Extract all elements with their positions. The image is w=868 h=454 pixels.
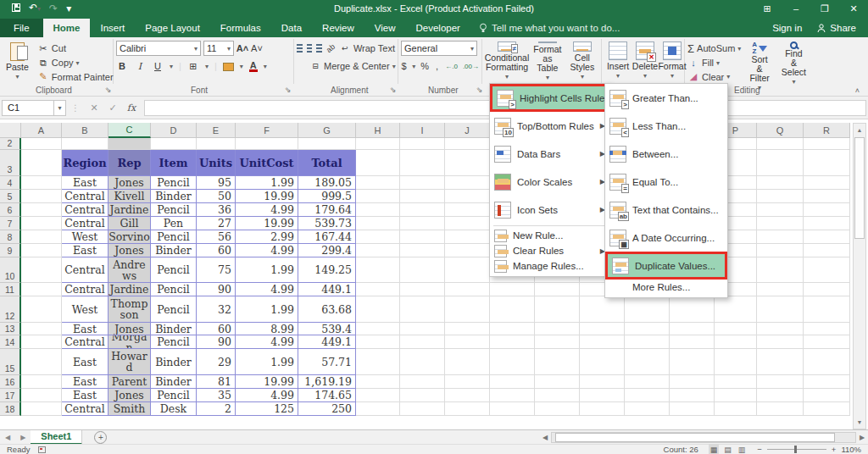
cell-Q2[interactable] [757, 138, 804, 150]
tab-formulas[interactable]: Formulas [210, 19, 271, 37]
menu-item-less-than[interactable]: <Less Than... [605, 112, 727, 140]
undo-icon[interactable]: ↶▾ [29, 3, 41, 14]
cell-E3[interactable]: Units [197, 150, 236, 176]
name-box[interactable]: C1 [2, 100, 54, 116]
cell-R7[interactable] [804, 217, 850, 230]
cell-A15[interactable] [21, 349, 62, 375]
bold-button[interactable]: B [116, 60, 128, 72]
cell-C15[interactable]: Howard [108, 349, 151, 375]
column-header-r[interactable]: R [804, 123, 850, 138]
cell-R17[interactable] [804, 389, 850, 402]
cell-C13[interactable]: Jones [108, 323, 151, 335]
currency-format-icon[interactable]: $ [401, 60, 407, 72]
row-header-3[interactable]: 3 [0, 150, 21, 176]
cell-D4[interactable]: Pencil [151, 176, 197, 190]
row-header-6[interactable]: 6 [0, 203, 21, 217]
cell-H8[interactable] [356, 230, 400, 244]
cell-M12[interactable] [580, 296, 625, 323]
cell-J14[interactable] [445, 335, 490, 349]
cell-R14[interactable] [804, 335, 850, 349]
cell-R12[interactable] [804, 296, 850, 323]
sort-filter-button[interactable]: AZ Sort & Filter ▾ [744, 39, 775, 84]
cell-N13[interactable] [625, 323, 670, 335]
tab-view[interactable]: View [364, 19, 406, 37]
cell-D11[interactable]: Pencil [151, 283, 197, 296]
column-header-c[interactable]: C [108, 123, 151, 138]
minimize-button[interactable]: – [782, 0, 810, 17]
cell-O16[interactable] [670, 375, 715, 389]
cell-Q11[interactable] [757, 283, 804, 296]
paste-button[interactable]: Paste ▾ [3, 39, 32, 84]
borders-dropdown[interactable]: ▾ [205, 63, 209, 70]
cell-J3[interactable] [445, 150, 490, 176]
cell-C4[interactable]: Jones [108, 176, 151, 190]
number-format-select[interactable]: General▾ [401, 41, 477, 56]
percent-format-icon[interactable]: % [420, 60, 429, 72]
cell-D12[interactable]: Pencil [151, 296, 197, 323]
cell-D13[interactable]: Binder [151, 323, 197, 335]
cell-C8[interactable]: Sorvino [108, 230, 151, 244]
conditional-formatting-button[interactable]: ≠ Conditional Formatting ▾ [485, 39, 529, 84]
cell-H16[interactable] [356, 375, 400, 389]
cell-R5[interactable] [804, 190, 850, 203]
scroll-left-icon[interactable]: ◀ [539, 434, 551, 441]
cell-I7[interactable] [400, 217, 445, 230]
column-header-q[interactable]: Q [757, 123, 804, 138]
cell-Q15[interactable] [757, 349, 804, 375]
cell-D6[interactable]: Pencil [151, 203, 197, 217]
cell-E16[interactable]: 81 [197, 375, 236, 389]
sheet-nav-right-icon[interactable]: ▶ [15, 434, 31, 441]
orientation-icon[interactable]: ab [324, 41, 338, 55]
select-all-corner[interactable] [0, 123, 21, 138]
row-header-17[interactable]: 17 [0, 389, 21, 402]
cell-I17[interactable] [400, 389, 445, 402]
cell-G7[interactable]: 539.73 [298, 217, 356, 230]
cell-Q18[interactable] [757, 402, 804, 416]
row-header-18[interactable]: 18 [0, 402, 21, 416]
cell-G5[interactable]: 999.5 [298, 190, 356, 203]
font-name-select[interactable]: Calibri▾ [116, 41, 201, 56]
cell-I8[interactable] [400, 230, 445, 244]
cell-A10[interactable] [21, 257, 62, 283]
cell-B12[interactable]: West [62, 296, 108, 323]
cell-L17[interactable] [535, 389, 580, 402]
sheet-tab-sheet1[interactable]: Sheet1 [31, 430, 82, 445]
cell-H3[interactable] [356, 150, 400, 176]
cell-E6[interactable]: 36 [197, 203, 236, 217]
cell-H4[interactable] [356, 176, 400, 190]
row-header-7[interactable]: 7 [0, 217, 21, 230]
cell-C11[interactable]: Jardine [108, 283, 151, 296]
cell-B18[interactable]: Central [62, 402, 108, 416]
row-header-10[interactable]: 10 [0, 257, 21, 283]
cell-F14[interactable]: 4.99 [236, 335, 298, 349]
tab-home[interactable]: Home [43, 19, 91, 37]
cell-D10[interactable]: Pencil [151, 257, 197, 283]
cell-L18[interactable] [535, 402, 580, 416]
cell-K18[interactable] [490, 402, 535, 416]
cell-J17[interactable] [445, 389, 490, 402]
cell-P15[interactable] [715, 349, 757, 375]
cell-G13[interactable]: 539.4 [298, 323, 356, 335]
cell-F12[interactable]: 1.99 [236, 296, 298, 323]
cell-K15[interactable] [490, 349, 535, 375]
cell-L11[interactable] [535, 283, 580, 296]
row-header-9[interactable]: 9 [0, 244, 21, 257]
cell-H15[interactable] [356, 349, 400, 375]
cell-I5[interactable] [400, 190, 445, 203]
cell-C12[interactable]: Thompson [108, 296, 151, 323]
cell-M18[interactable] [580, 402, 625, 416]
cell-N14[interactable] [625, 335, 670, 349]
column-header-a[interactable]: A [21, 123, 62, 138]
cell-styles-button[interactable]: Cell Styles ▾ [566, 39, 598, 84]
cell-E5[interactable]: 50 [197, 190, 236, 203]
cell-Q17[interactable] [757, 389, 804, 402]
cell-B7[interactable]: Central [62, 217, 108, 230]
cell-B9[interactable]: East [62, 244, 108, 257]
cell-I3[interactable] [400, 150, 445, 176]
share-button[interactable]: Share [817, 23, 856, 33]
cell-Q10[interactable] [757, 257, 804, 283]
find-select-button[interactable]: Find & Select ▾ [778, 39, 810, 84]
menu-item-manage-rules[interactable]: Manage Rules... [490, 258, 609, 274]
cell-J4[interactable] [445, 176, 490, 190]
grow-font-icon[interactable]: A˄ [236, 42, 248, 54]
